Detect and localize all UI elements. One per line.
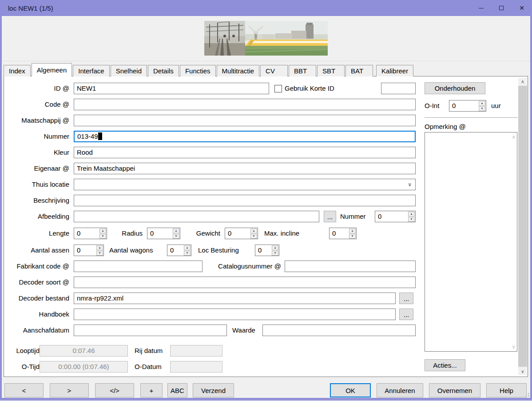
acties-button[interactable]: Acties... bbox=[425, 359, 465, 371]
spinner-value: 0 bbox=[375, 211, 408, 222]
next-loc-button[interactable]: > bbox=[50, 383, 89, 397]
korte-id-checkbox[interactable] bbox=[274, 85, 282, 92]
maximize-button[interactable] bbox=[491, 0, 512, 16]
tab-sbt[interactable]: SBT bbox=[317, 65, 345, 76]
kleur-input[interactable]: Rood bbox=[74, 147, 416, 158]
aanschafdatum-input[interactable] bbox=[74, 325, 227, 336]
ok-button[interactable]: OK bbox=[330, 383, 371, 397]
thuis-locatie-combobox[interactable]: ∨ bbox=[74, 179, 416, 190]
spin-up-icon[interactable]: ▲ bbox=[408, 212, 415, 217]
spin-down-icon[interactable]: ▼ bbox=[250, 234, 257, 239]
catalogusnummer-label: Catalogusnummer @ bbox=[208, 261, 281, 272]
spin-down-icon[interactable]: ▼ bbox=[272, 251, 278, 256]
tab-details[interactable]: Details bbox=[148, 65, 179, 76]
scroll-up-icon[interactable]: ∧ bbox=[512, 134, 516, 140]
maximize-icon bbox=[499, 6, 504, 10]
spinner-value: 0 bbox=[147, 228, 172, 239]
decoder-bestand-label: Decoder bestand bbox=[8, 293, 69, 304]
tab-algemeen[interactable]: Algemeen bbox=[32, 63, 72, 76]
add-button[interactable]: + bbox=[140, 383, 163, 397]
aantal-wagons-spinner[interactable]: 0 ▲▼ bbox=[167, 245, 191, 256]
tab-kalibreer[interactable]: Kalibreer bbox=[376, 65, 413, 76]
handboek-input[interactable] bbox=[74, 309, 396, 320]
decoder-bestand-input[interactable]: nmra-rp922.xml bbox=[74, 293, 396, 304]
waarde-input[interactable] bbox=[262, 325, 416, 336]
handboek-label: Handboek bbox=[8, 309, 69, 320]
scrollbar-up-icon[interactable]: ∧ bbox=[518, 78, 527, 85]
afbeelding-nummer-spinner[interactable]: 0 ▲▼ bbox=[375, 211, 416, 222]
tab-functies[interactable]: Functies bbox=[180, 65, 216, 76]
spin-up-icon[interactable]: ▲ bbox=[272, 245, 278, 250]
tab-interface[interactable]: Interface bbox=[73, 65, 109, 76]
tab-index[interactable]: Index bbox=[4, 65, 31, 76]
scrollbar-down-icon[interactable]: ∨ bbox=[518, 368, 527, 375]
decoder-bestand-browse-button[interactable]: ... bbox=[399, 293, 413, 304]
beschrijving-input[interactable] bbox=[74, 195, 416, 206]
chevron-down-icon[interactable]: ∨ bbox=[408, 179, 412, 190]
korte-id-input[interactable] bbox=[381, 83, 416, 94]
loc-besturing-spinner[interactable]: 0 ▲▼ bbox=[255, 245, 279, 256]
handboek-browse-button[interactable]: ... bbox=[399, 309, 413, 320]
gewicht-spinner[interactable]: 0 ▲▼ bbox=[225, 228, 258, 239]
overnemen-button[interactable]: Overnemen bbox=[429, 383, 480, 397]
onderhouden-button[interactable]: Onderhouden bbox=[425, 82, 485, 94]
spin-down-icon[interactable]: ▼ bbox=[99, 234, 106, 239]
tab-panel-algemeen: ID @ NEW1 Gebruik Korte ID Code @ Maatsc… bbox=[4, 76, 528, 377]
max-incline-spinner[interactable]: 0 ▲▼ bbox=[329, 228, 357, 239]
spin-down-icon[interactable]: ▼ bbox=[96, 251, 103, 256]
spinner-value: 0 bbox=[167, 245, 183, 256]
spin-down-icon[interactable]: ▼ bbox=[349, 234, 356, 239]
spin-down-icon[interactable]: ▼ bbox=[184, 251, 191, 256]
spinner-value: 0 bbox=[255, 245, 271, 256]
spin-up-icon[interactable]: ▲ bbox=[96, 245, 103, 250]
spin-up-icon[interactable]: ▲ bbox=[184, 245, 191, 250]
radius-spinner[interactable]: 0 ▲▼ bbox=[147, 228, 180, 239]
maatschappij-input[interactable] bbox=[74, 115, 416, 126]
aantal-assen-spinner[interactable]: 0 ▲▼ bbox=[74, 245, 104, 256]
nummer-input[interactable]: 013-49 bbox=[74, 131, 416, 142]
decoder-soort-input[interactable] bbox=[74, 277, 416, 288]
minimize-button[interactable] bbox=[471, 0, 491, 16]
minimize-icon bbox=[479, 8, 484, 8]
spin-up-icon[interactable]: ▲ bbox=[250, 229, 257, 233]
code-input[interactable] bbox=[74, 99, 416, 110]
eigenaar-input[interactable]: Trein Maatschappei bbox=[74, 163, 416, 174]
fabrikant-code-input[interactable] bbox=[74, 261, 202, 272]
tab-bat[interactable]: BAT bbox=[345, 65, 373, 76]
tab-bbt[interactable]: BBT bbox=[289, 65, 316, 76]
title-bar[interactable]: loc NEW1 (1/5) ✕ bbox=[0, 0, 532, 16]
help-button[interactable]: Help bbox=[486, 383, 527, 397]
annuleren-button[interactable]: Annuleren bbox=[377, 383, 423, 397]
scroll-down-icon[interactable]: ∨ bbox=[512, 344, 516, 350]
spin-down-icon[interactable]: ▼ bbox=[479, 106, 485, 111]
loc-besturing-label: Loc Besturing bbox=[198, 245, 239, 256]
window-border-bottom bbox=[0, 398, 532, 401]
vertical-scrollbar[interactable]: ∧ ∨ bbox=[518, 78, 527, 375]
spin-up-icon[interactable]: ▲ bbox=[349, 229, 356, 233]
spin-down-icon[interactable]: ▼ bbox=[173, 234, 179, 239]
abc-button[interactable]: ABC bbox=[167, 383, 187, 397]
spin-up-icon[interactable]: ▲ bbox=[173, 229, 179, 233]
o-int-spinner[interactable]: 0 ▲▼ bbox=[449, 100, 486, 112]
spin-down-icon[interactable]: ▼ bbox=[408, 217, 415, 222]
spin-up-icon[interactable]: ▲ bbox=[479, 101, 485, 106]
verzend-button[interactable]: Verzend bbox=[193, 383, 234, 397]
rij-datum-label: Rij datum bbox=[135, 345, 163, 357]
tab-multitractie[interactable]: Multitractie bbox=[217, 65, 260, 76]
looptijd-readonly-field: 0:07.46 bbox=[40, 345, 128, 357]
tab-cv[interactable]: CV bbox=[260, 65, 288, 76]
spin-up-icon[interactable]: ▲ bbox=[99, 229, 106, 233]
xml-code-button[interactable]: </> bbox=[95, 383, 134, 397]
id-input[interactable]: NEW1 bbox=[74, 83, 269, 94]
close-icon: ✕ bbox=[519, 5, 524, 11]
close-button[interactable]: ✕ bbox=[512, 0, 532, 16]
catalogusnummer-input[interactable] bbox=[285, 261, 416, 272]
tab-snelheid[interactable]: Snelheid bbox=[111, 65, 147, 76]
lengte-spinner[interactable]: 0 ▲▼ bbox=[74, 228, 107, 239]
resize-grip-icon[interactable] bbox=[524, 391, 529, 397]
previous-loc-button[interactable]: < bbox=[4, 383, 44, 397]
opmerking-textarea[interactable]: ∧ ∨ bbox=[425, 132, 517, 352]
afbeelding-input[interactable] bbox=[74, 211, 319, 222]
scrollbar-thumb[interactable] bbox=[518, 86, 527, 367]
afbeelding-browse-button[interactable]: ... bbox=[324, 211, 336, 222]
